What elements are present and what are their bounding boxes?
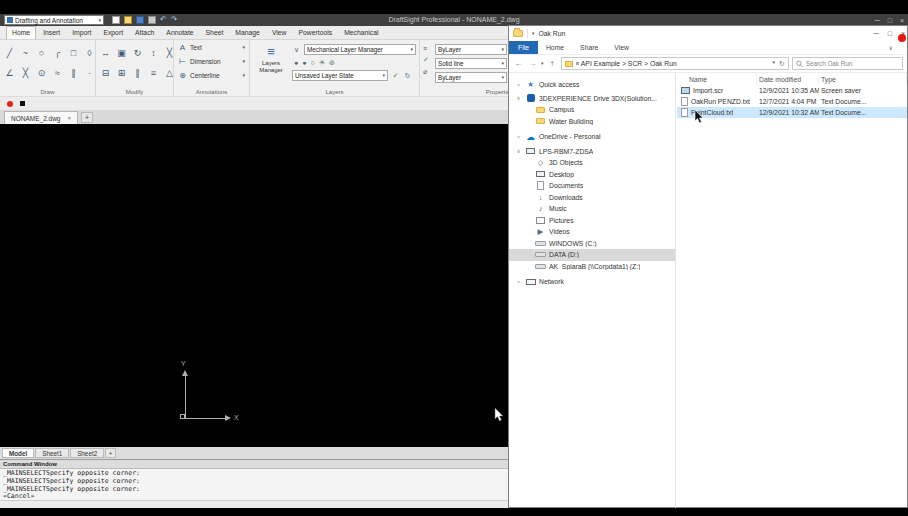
chevron-down-icon[interactable]: ∨ (515, 95, 522, 101)
column-header-type[interactable]: Type (819, 73, 907, 85)
sidebar-item-3d-objects[interactable]: ◇ 3D Objects (509, 157, 675, 169)
sidebar-item-documents[interactable]: Documents (509, 180, 675, 192)
dimension-tool[interactable]: ⊢ Dimension ▾ (174, 54, 249, 68)
sidebar-item-music[interactable]: ♪ Music (509, 203, 675, 215)
save-icon[interactable] (136, 16, 144, 24)
donut-tool-icon[interactable]: ⊙ (34, 63, 49, 83)
sidebar-item-this-pc[interactable]: ∨ LPS-RBM7-ZDSA (509, 146, 675, 158)
sidebar-item-3dexperience-drive[interactable]: ∨ 3DEXPERIENCE Drive 3DX(Solution... (509, 93, 675, 105)
expand-ribbon-icon[interactable]: ∨ (889, 41, 893, 54)
file-row[interactable]: Import.scr 12/9/2021 10:35 AM Screen sav… (677, 85, 907, 96)
search-input[interactable] (806, 60, 899, 67)
sidebar-item-videos[interactable]: ▶ Videos (509, 226, 675, 238)
array-tool-icon[interactable]: ⊞ (114, 63, 129, 83)
address-dropdown-chevron-icon[interactable]: ▾ (773, 60, 776, 68)
layer-off-icon[interactable]: ○ (310, 59, 314, 66)
rotate-tool-icon[interactable]: ↻ (130, 43, 145, 63)
layer-on-icon[interactable]: ● (294, 59, 298, 66)
recent-locations-chevron-icon[interactable]: ▾ (541, 61, 544, 66)
maximize-button[interactable]: □ (888, 30, 892, 37)
tab-view[interactable]: View (267, 27, 292, 39)
point-tool-icon[interactable]: ╳ (18, 63, 33, 83)
open-file-icon[interactable] (124, 16, 132, 24)
tab-share[interactable]: Share (572, 41, 606, 54)
sheet-tab-sheet1[interactable]: Sheet1 (35, 448, 69, 458)
line-color-dropdown[interactable]: ByLayer ▾ (435, 44, 507, 55)
rectangle-tool-icon[interactable]: □ (66, 43, 81, 63)
diameter-icon[interactable]: ⌀ (423, 68, 429, 76)
check-icon[interactable]: ✓ (391, 72, 400, 80)
sidebar-item-desktop[interactable]: Desktop (509, 169, 675, 181)
sidebar-item-network[interactable]: > Network (509, 276, 675, 288)
sidebar-item-data-d[interactable]: DATA (D:) (509, 249, 675, 261)
spline-tool-icon[interactable]: ~ (18, 43, 33, 63)
layer-thaw-icon[interactable]: ☀ (319, 59, 325, 67)
stretch-tool-icon[interactable]: ↕ (146, 43, 161, 63)
tab-import[interactable]: Import (67, 27, 96, 39)
text-tool[interactable]: A Text ▾ (174, 40, 249, 54)
column-header-date-modified[interactable]: Date modified (757, 73, 819, 85)
tab-home[interactable]: Home (6, 26, 36, 39)
match-properties-icon[interactable]: ≡ (423, 45, 429, 52)
tab-annotate[interactable]: Annotate (161, 27, 198, 39)
line-weight-dropdown[interactable]: ByLayer ▾ (435, 72, 507, 83)
file-row-selected[interactable]: PointCloud.txt 12/9/2021 10:32 AM Text D… (677, 107, 907, 118)
forward-button[interactable]: → (527, 59, 538, 68)
chevron-right-icon[interactable]: > (515, 82, 522, 88)
sidebar-item-quick-access[interactable]: > ★ Quick access (509, 79, 675, 91)
new-file-icon[interactable] (112, 16, 120, 24)
tab-export[interactable]: Export (98, 27, 128, 39)
tab-mechanical[interactable]: Mechanical (339, 27, 383, 39)
line-style-dropdown[interactable]: Solid line ▾ (435, 58, 507, 69)
layer-state-dropdown[interactable]: Unsaved Layer State ▾ (292, 70, 388, 81)
sheet-tab-model[interactable]: Model (2, 448, 34, 458)
sidebar-item-onedrive[interactable]: > ☁ OneDrive - Personal (509, 131, 675, 143)
offset-tool-icon[interactable]: ∥ (130, 63, 145, 83)
breadcrumb[interactable]: « API Example > SCR > Oak Run (576, 60, 677, 67)
file-row[interactable]: OakRun PENZD.txt 12/7/2021 4:04 PM Text … (677, 96, 907, 107)
tab-view[interactable]: View (606, 41, 637, 54)
address-input[interactable]: « API Example > SCR > Oak Run ▾ ↻ (561, 57, 789, 70)
sidebar-item-windows-c[interactable]: WINDOWS (C:) (509, 238, 675, 250)
arc-tool-icon[interactable]: ╭ (50, 43, 65, 63)
polygon-tool-icon[interactable]: ◊ (82, 43, 97, 63)
line-tool-icon[interactable]: ╱ (2, 43, 17, 63)
maximize-button[interactable]: □ (888, 17, 892, 24)
minimize-button[interactable]: ─ (874, 30, 879, 37)
layer-freeze-icon[interactable]: ● (302, 59, 306, 66)
sidebar-item-network-drive-z[interactable]: AK_SpiaraB (\\Corpdata1) (Z:) (509, 261, 675, 273)
search-box[interactable] (792, 57, 903, 70)
close-icon[interactable]: × (68, 115, 72, 121)
new-document-button[interactable]: + (81, 112, 93, 123)
explode-tool-icon[interactable]: ≡ (146, 63, 161, 83)
more-draw-tools-icon[interactable]: · (82, 63, 97, 83)
quick-access-toolbar-chevron-icon[interactable]: ▾ (532, 31, 535, 36)
layers-manager-button[interactable]: ≡ Layers Manager (253, 44, 289, 86)
active-layer-dropdown[interactable]: Mechanical Layer Manager ▾ (304, 44, 416, 55)
erase-tool-icon[interactable]: ⊟ (98, 63, 113, 83)
tab-sheet[interactable]: Sheet (201, 27, 229, 39)
move-tool-icon[interactable]: ↔ (98, 43, 113, 63)
tab-file[interactable]: File (509, 41, 538, 54)
tab-powertools[interactable]: Powertools (294, 27, 338, 39)
check-icon[interactable]: ✓ (423, 56, 429, 64)
copy-tool-icon[interactable]: ▣ (114, 43, 129, 63)
circle-tool-icon[interactable]: ○ (34, 43, 49, 63)
chevron-right-icon[interactable]: > (515, 134, 522, 140)
workspace-selector[interactable]: Drafting and Annotation ▾ (4, 15, 104, 25)
redo-icon[interactable]: ↷ (171, 16, 178, 24)
chevron-down-icon[interactable]: ∨ (515, 148, 522, 154)
column-header-name[interactable]: Name (677, 73, 757, 85)
tab-attach[interactable]: Attach (130, 27, 159, 39)
sidebar-item-downloads[interactable]: ↓ Downloads (509, 192, 675, 204)
close-button[interactable]: × (900, 17, 904, 24)
tab-home[interactable]: Home (538, 41, 572, 54)
refresh-icon[interactable]: ↻ (403, 72, 412, 80)
angle-tool-icon[interactable]: ∠ (2, 63, 17, 83)
print-icon[interactable] (148, 16, 156, 24)
chevron-right-icon[interactable]: > (515, 279, 522, 285)
up-button[interactable]: ↑ (547, 59, 558, 68)
centerline-tool[interactable]: ⊕ Centerline ▾ (174, 68, 249, 82)
parallel-tool-icon[interactable]: ∥ (66, 63, 81, 83)
sheet-tab-sheet2[interactable]: Sheet2 (70, 448, 104, 458)
